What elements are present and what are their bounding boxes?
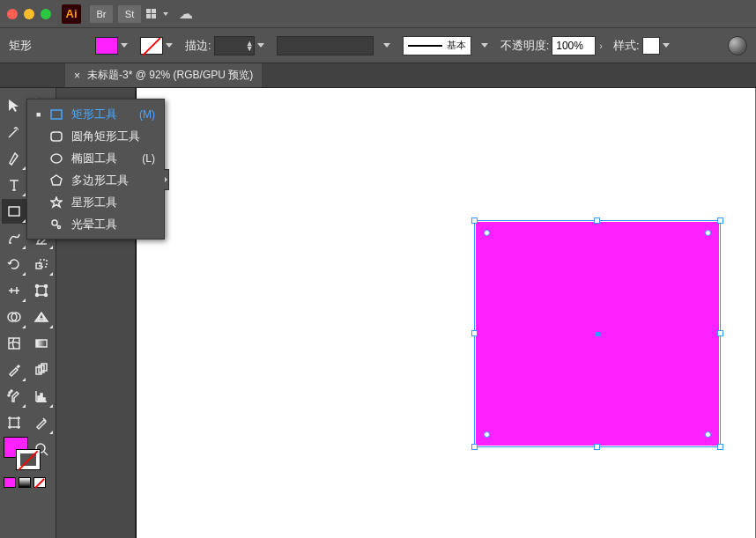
canvas-area[interactable] xyxy=(136,88,756,538)
stroke-weight-field[interactable]: 描边: ▲▼ xyxy=(185,36,270,55)
recolor-button[interactable] xyxy=(728,36,747,55)
gradient-mode-button[interactable] xyxy=(19,477,31,488)
width-tool[interactable] xyxy=(2,278,26,303)
flyout-item-polygon[interactable]: 多边形工具 xyxy=(27,169,164,191)
macos-titlebar: Ai Br St ☁ xyxy=(0,0,756,28)
chevron-down-icon xyxy=(257,43,264,48)
stroke-indicator[interactable] xyxy=(16,449,41,470)
flyout-item-ellipse[interactable]: 椭圆工具 (L) xyxy=(27,147,164,169)
close-window-button[interactable] xyxy=(7,9,18,19)
stroke-profile-dropdown[interactable] xyxy=(277,36,374,55)
window-controls xyxy=(7,9,51,19)
maximize-window-button[interactable] xyxy=(41,9,51,19)
svg-point-7 xyxy=(44,294,47,297)
svg-rect-18 xyxy=(38,396,40,402)
stroke-label: 描边: xyxy=(185,38,211,54)
svg-point-6 xyxy=(35,294,38,297)
style-label: 样式: xyxy=(613,38,640,54)
svg-point-5 xyxy=(44,285,47,288)
flyout-item-rectangle[interactable]: ■ 矩形工具 (M) xyxy=(27,103,164,125)
svg-marker-27 xyxy=(51,197,62,207)
eyedropper-tool[interactable] xyxy=(2,357,26,382)
tab-close-icon[interactable]: × xyxy=(74,70,80,82)
stroke-swatch[interactable] xyxy=(140,37,163,55)
svg-point-16 xyxy=(11,390,12,392)
svg-point-17 xyxy=(8,394,10,396)
rotate-tool[interactable] xyxy=(2,252,26,276)
column-graph-tool[interactable] xyxy=(29,384,54,409)
document-tab-title: 未标题-3* @ 92% (RGB/GPU 预览) xyxy=(87,68,253,83)
gradient-tool[interactable] xyxy=(29,331,54,356)
shape-builder-tool[interactable] xyxy=(2,305,26,329)
sync-icon[interactable]: ☁ xyxy=(179,5,193,22)
selection-tool[interactable] xyxy=(2,93,26,118)
perspective-grid-tool[interactable] xyxy=(29,305,54,329)
bridge-button[interactable]: Br xyxy=(90,5,113,23)
shape-tools-flyout: ■ 矩形工具 (M) 圆角矩形工具 椭圆工具 (L) 多边形工具 星形工具 光晕… xyxy=(26,99,165,240)
svg-rect-23 xyxy=(51,110,62,119)
chevron-down-icon xyxy=(481,43,488,48)
artboard[interactable] xyxy=(136,88,755,538)
opacity-field[interactable]: 不透明度: 100% › xyxy=(500,36,606,55)
svg-rect-21 xyxy=(10,418,19,427)
flyout-tearoff-handle[interactable] xyxy=(164,169,169,190)
fill-swatch-control[interactable] xyxy=(95,37,133,55)
flyout-item-star[interactable]: 星形工具 xyxy=(27,191,164,213)
shaper-tool[interactable] xyxy=(2,225,26,250)
pen-tool[interactable] xyxy=(2,146,26,171)
options-bar: 矩形 描边: ▲▼ 基本 不透明度: 100% › 样式: xyxy=(0,28,756,63)
shape-type-label: 矩形 xyxy=(9,38,32,54)
document-tabs: × 未标题-3* @ 92% (RGB/GPU 预览) xyxy=(0,63,756,88)
flyout-item-flare[interactable]: 光晕工具 xyxy=(27,213,164,235)
svg-rect-24 xyxy=(51,132,62,141)
svg-rect-11 xyxy=(36,340,47,347)
chevron-down-icon xyxy=(663,43,670,48)
stroke-weight-input[interactable]: ▲▼ xyxy=(214,36,255,55)
document-tab[interactable]: × 未标题-3* @ 92% (RGB/GPU 预览) xyxy=(65,63,262,87)
stock-button[interactable]: St xyxy=(118,5,141,23)
opacity-input[interactable]: 100% xyxy=(552,36,596,55)
blend-tool[interactable] xyxy=(29,357,54,382)
type-tool[interactable] xyxy=(2,173,26,197)
svg-marker-26 xyxy=(51,175,62,185)
minimize-window-button[interactable] xyxy=(24,9,34,19)
free-transform-tool[interactable] xyxy=(29,278,54,303)
style-swatch[interactable] xyxy=(642,37,660,55)
scale-tool[interactable] xyxy=(29,252,54,276)
svg-point-25 xyxy=(51,154,62,163)
stroke-swatch-control[interactable] xyxy=(140,37,178,55)
rectangle-tool[interactable] xyxy=(2,199,26,224)
svg-rect-19 xyxy=(41,394,42,402)
symbol-sprayer-tool[interactable] xyxy=(2,384,26,409)
chevron-down-icon xyxy=(121,43,128,48)
none-mode-button[interactable] xyxy=(33,477,46,488)
graphic-style-field[interactable]: 样式: xyxy=(613,37,675,55)
chevron-down-icon xyxy=(383,43,390,48)
color-mode-button[interactable] xyxy=(4,477,16,488)
fill-swatch[interactable] xyxy=(95,37,118,55)
slice-tool[interactable] xyxy=(29,410,54,435)
svg-point-15 xyxy=(9,392,11,394)
svg-point-4 xyxy=(35,285,38,288)
artboard-tool[interactable] xyxy=(2,410,26,435)
arrange-docs-button[interactable] xyxy=(146,9,168,18)
chevron-down-icon xyxy=(166,43,173,48)
app-logo: Ai xyxy=(62,4,81,24)
selection-bounding-box xyxy=(474,220,721,447)
mesh-tool[interactable] xyxy=(2,331,26,356)
opacity-label: 不透明度: xyxy=(500,38,550,54)
svg-rect-0 xyxy=(9,207,19,216)
svg-rect-20 xyxy=(43,398,45,402)
svg-rect-1 xyxy=(36,263,41,269)
flyout-item-rounded-rectangle[interactable]: 圆角矩形工具 xyxy=(27,125,164,147)
chevron-right-icon[interactable]: › xyxy=(599,41,603,51)
brush-definition-dropdown[interactable]: 基本 xyxy=(403,36,471,55)
magic-wand-tool[interactable] xyxy=(2,120,26,144)
